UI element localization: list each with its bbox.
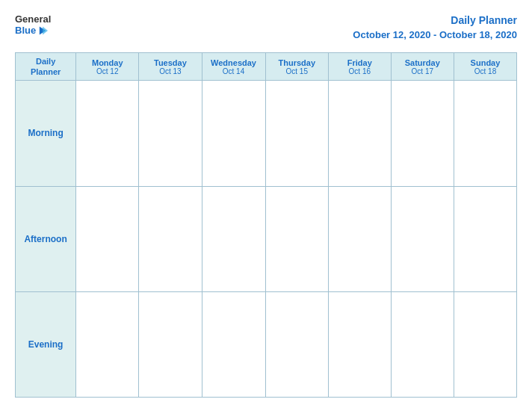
col-sunday: Sunday Oct 18 <box>454 52 516 81</box>
afternoon-friday[interactable] <box>328 186 391 291</box>
evening-sunday[interactable] <box>454 291 516 397</box>
afternoon-saturday[interactable] <box>391 186 454 291</box>
page: General Blue Daily Planner October 12, 2… <box>0 0 532 411</box>
table-row-morning: Morning <box>16 81 517 186</box>
table-header-row: Daily Planner Monday Oct 12 Tuesday Oct … <box>16 52 517 81</box>
planner-table: Daily Planner Monday Oct 12 Tuesday Oct … <box>15 52 517 398</box>
header: General Blue Daily Planner October 12, 2… <box>15 13 517 42</box>
evening-thursday[interactable] <box>265 291 328 397</box>
morning-thursday[interactable] <box>265 81 328 186</box>
afternoon-sunday[interactable] <box>454 186 516 291</box>
morning-wednesday[interactable] <box>202 81 265 186</box>
afternoon-monday[interactable] <box>76 186 139 291</box>
logo-blue-text: Blue <box>15 25 48 36</box>
table-row-evening: Evening <box>16 291 517 397</box>
afternoon-thursday[interactable] <box>265 186 328 291</box>
evening-wednesday[interactable] <box>202 291 265 397</box>
morning-tuesday[interactable] <box>139 81 202 186</box>
svg-marker-1 <box>43 26 48 34</box>
title-dates: October 12, 2020 - October 18, 2020 <box>353 28 517 42</box>
table-header-label: Daily Planner <box>16 52 76 81</box>
logo: General Blue <box>15 13 51 36</box>
row-label-afternoon: Afternoon <box>16 186 76 291</box>
col-monday: Monday Oct 12 <box>76 52 139 81</box>
evening-tuesday[interactable] <box>139 291 202 397</box>
col-tuesday: Tuesday Oct 13 <box>139 52 202 81</box>
logo-icon <box>37 25 48 36</box>
evening-saturday[interactable] <box>391 291 454 397</box>
col-thursday: Thursday Oct 15 <box>265 52 328 81</box>
morning-friday[interactable] <box>328 81 391 186</box>
row-label-evening: Evening <box>16 291 76 397</box>
col-saturday: Saturday Oct 17 <box>391 52 454 81</box>
row-label-morning: Morning <box>16 81 76 186</box>
afternoon-wednesday[interactable] <box>202 186 265 291</box>
logo-general-text: General <box>15 13 51 25</box>
header-title: Daily Planner October 12, 2020 - October… <box>353 13 517 42</box>
morning-sunday[interactable] <box>454 81 516 186</box>
morning-saturday[interactable] <box>391 81 454 186</box>
afternoon-tuesday[interactable] <box>139 186 202 291</box>
morning-monday[interactable] <box>76 81 139 186</box>
col-wednesday: Wednesday Oct 14 <box>202 52 265 81</box>
col-friday: Friday Oct 16 <box>328 52 391 81</box>
evening-friday[interactable] <box>328 291 391 397</box>
evening-monday[interactable] <box>76 291 139 397</box>
table-row-afternoon: Afternoon <box>16 186 517 291</box>
title-main: Daily Planner <box>353 13 517 28</box>
